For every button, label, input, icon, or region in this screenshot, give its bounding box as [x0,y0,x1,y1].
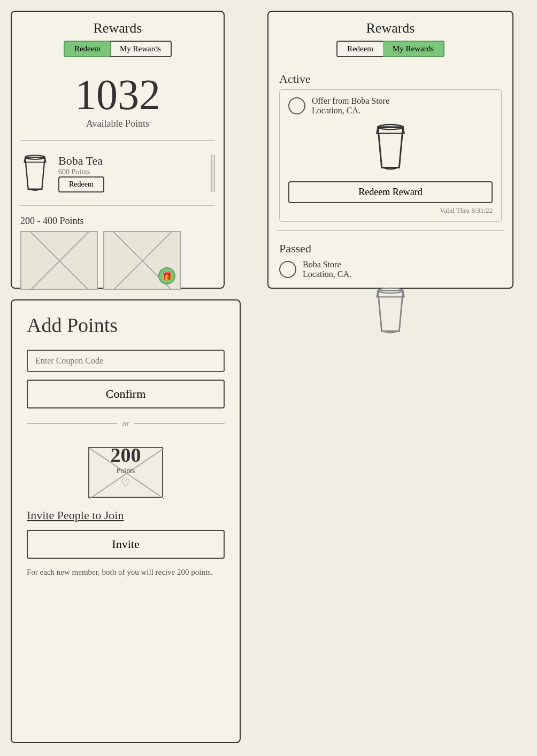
or-line-right [134,423,225,424]
tab-redeem[interactable]: Redeem [64,41,111,57]
invite-button[interactable]: Invite [27,530,225,559]
tab-row-my-rewards: Redeem My Rewards [268,41,512,57]
passed-section: Passed Boba Store Location, CA. [268,236,512,336]
tab-my-rewards[interactable]: My Rewards [110,41,172,57]
cup-reward-image [372,121,409,173]
reward-points: 600 Points [58,168,202,176]
reward-info: Boba Tea 600 Points Redeem [58,154,202,192]
cup-image [20,152,50,194]
offer-location: Location, CA. [312,106,389,115]
redeem-button[interactable]: Redeem [58,176,104,192]
rewards-redeem-panel: Rewards Redeem My Rewards 1032 Available… [11,11,225,289]
divider [20,140,215,141]
reward-card-text: Offer from Boba Store Location, CA. [312,96,389,115]
passed-location: Location, CA. [303,269,351,279]
my-rewards-title: Rewards [268,12,512,41]
passed-cup-image [372,284,409,336]
or-line-left [27,423,117,424]
valid-text: Valid Thru 8/31/22 [288,206,493,215]
tab-redeem-right[interactable]: Redeem [336,41,384,57]
add-points-title: Add Points [27,313,225,337]
invite-description: For each new member, both of you will re… [27,566,225,578]
reward-card-row: Offer from Boba Store Location, CA. [288,96,493,115]
rewards-title: Rewards [12,12,224,41]
my-rewards-panel: Rewards Redeem My Rewards Active Offer f… [267,11,513,289]
or-text: or [122,419,129,428]
divider2 [20,205,215,206]
passed-circle-icon [279,261,296,278]
placeholder-img-2: 🎁 [103,231,181,290]
image-placeholders: 🎁 [12,229,224,298]
heart-icon: ♡ [121,476,131,489]
divider-passed [277,230,504,231]
active-reward-card: Offer from Boba Store Location, CA. Rede… [279,89,502,222]
invite-section: Invite People to Join Invite For each ne… [27,508,225,578]
reward-cup-center [288,121,493,173]
passed-cup-center [279,284,502,336]
or-divider: or [27,419,225,428]
envelope-graphic: ♡ 200 Points [88,439,163,498]
points-label: Available Points [12,118,224,129]
redeem-reward-button[interactable]: Redeem Reward [288,181,493,203]
envelope-section: ♡ 200 Points [27,439,225,498]
placeholder-img-1 [20,231,98,290]
passed-card-text: Boba Store Location, CA. [303,260,351,279]
tier-label: 200 - 400 Points [12,211,224,229]
reward-name: Boba Tea [58,154,202,168]
tab-row-redeem: Redeem My Rewards [12,41,224,57]
reward-item: Boba Tea 600 Points Redeem [12,146,224,200]
points-number: 1032 [12,73,224,116]
tab-my-rewards-right[interactable]: My Rewards [383,41,444,57]
passed-store: Boba Store [303,260,351,269]
invite-people-title: Invite People to Join [27,508,225,522]
coupon-code-input[interactable] [27,350,225,372]
envelope-pts-label: Points [116,467,135,475]
offer-text: Offer from Boba Store [312,96,389,106]
confirm-button[interactable]: Confirm [27,380,225,408]
active-label: Active [268,68,512,89]
gift-badge-icon: 🎁 [158,267,175,284]
passed-label: Passed [279,242,502,260]
passed-card-row: Boba Store Location, CA. [279,260,502,279]
circle-icon [288,97,305,114]
envelope-points: 200 [111,443,141,467]
scroll-indicator [211,155,215,192]
add-points-panel: Add Points Confirm or ♡ 200 Points Invit… [11,299,241,743]
points-display: 1032 Available Points [12,68,224,135]
